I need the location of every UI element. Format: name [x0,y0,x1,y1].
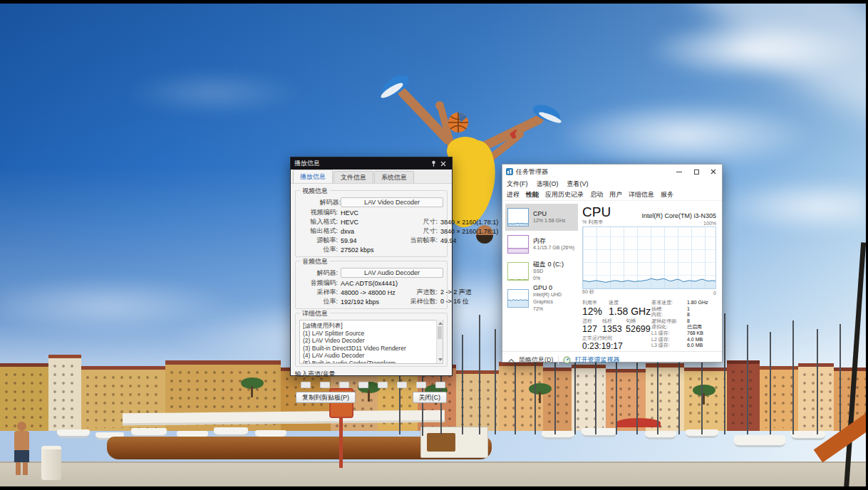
field-value: 192/192 kbps [341,298,396,306]
stat-label: 线程 [602,318,626,324]
palm-tree [693,385,715,396]
minimize-icon[interactable] [671,166,688,177]
menu-view[interactable]: 查看(V) [567,179,589,189]
stat-value-threads: 1353 [602,324,626,335]
boat-mast [724,313,725,434]
sidebar-item-disk[interactable]: 磁盘 0 (C:) SSD 0% [505,258,578,285]
wooden-boat [107,437,492,459]
stat-label: 句柄 [626,318,636,324]
scrollbar-thumb[interactable] [438,326,442,339]
channel-volume-meter [397,382,407,388]
stat-label: 利用率 [582,299,609,306]
volume-group-label: 输入声道/音量 [295,370,336,377]
field-value: 2 -> 2 声道 [440,288,472,297]
y-axis-label: % 利用率 [582,219,603,226]
field-value: 49.94 [440,237,457,244]
tabbar: 进程 性能 应用历史记录 启动 用户 详细信息 服务 [502,189,722,201]
tab-playback-info[interactable]: 播放信息 [293,170,333,183]
stat-value-speed: 1.58 GHz [609,306,651,318]
copy-to-clipboard-button[interactable]: 复制到剪贴板(P) [296,392,356,403]
tab-startup[interactable]: 启动 [590,190,603,199]
stat-value-uptime: 0:23:19:17 [582,341,623,351]
window-title: 任务管理器 [516,167,671,177]
maximize-icon[interactable] [688,166,705,177]
performance-main: CPU Intel(R) Core(TM) i3-N305 % 利用率 100%… [582,204,716,351]
sidebar-item-subtitle: 0% [533,275,564,282]
resource-heading: CPU [582,205,611,219]
audio-info-group: 音频信息 解码器: LAV Audio Decoder 音频编码:AAC ADT… [295,261,448,309]
quay [0,462,868,490]
pin-icon[interactable] [428,160,438,168]
palm-tree [529,383,552,395]
field-label: 声道数: [396,288,440,297]
scroll-up-icon[interactable] [438,322,443,325]
tab-processes[interactable]: 进程 [507,190,520,199]
field-label: 采样位数: [396,297,440,306]
sidebar-item-memory[interactable]: 内存 4.1/15.7 GB (26%) [505,231,578,258]
field-value: HEVC [341,219,396,226]
details-group: 详细信息 [滤镜使用列表] (1) LAV Splitter Source (2… [295,313,448,367]
spec-label: L3 缓存: [651,343,687,349]
channel-volume-meter [416,382,426,388]
field-value: 48000 -> 48000 Hz [341,289,396,296]
field-label: 采样率: [299,288,341,297]
boat-cabin [420,427,488,458]
group-label: 视频信息 [300,187,330,196]
sidebar-item-cpu[interactable]: CPU 12% 1.58 GHz [505,204,578,231]
task-manager-titlebar[interactable]: 任务管理器 [502,165,722,179]
spec-value: 已启用 [687,324,702,330]
sidebar-item-subtitle: SSD [533,268,564,275]
spec-value: 1.80 GHz [687,300,708,306]
tab-performance[interactable]: 性能 [526,190,539,199]
field-label: 视频编码: [299,208,341,217]
tab-file-info[interactable]: 文件信息 [334,171,373,183]
sidebar-item-gpu[interactable]: GPU 0 Intel(R) UHD Graphics 72% [505,285,578,312]
spec-value: 768 KB [687,330,703,337]
field-label: 位率: [299,297,341,306]
sidebar-item-title: 内存 [533,237,574,244]
scroll-down-icon[interactable] [438,358,443,361]
stat-value-processes: 127 [582,324,602,335]
field-value: 27502 kbps [341,246,396,254]
close-icon[interactable] [705,166,722,177]
boat [214,427,248,437]
spec-label: 虚拟化: [651,324,687,330]
media-info-window: 播放信息 播放信息 文件信息 系统信息 视频信息 解码器: LAV Video … [290,157,453,376]
chevron-up-icon[interactable] [508,358,515,363]
boat [645,431,676,439]
tab-users[interactable]: 用户 [609,190,622,199]
field-label: 输入格式: [299,217,341,226]
desktop: 播放信息 播放信息 文件信息 系统信息 视频信息 解码器: LAV Video … [0,0,868,490]
memory-mini-graph [507,235,529,254]
task-manager-window: 任务管理器 文件(F) 选项(O) 查看(V) 进程 性能 应用历史记录 启动 … [502,164,723,363]
field-label: 尺寸: [396,217,440,226]
menu-file[interactable]: 文件(F) [507,179,528,189]
scrollbar[interactable] [436,320,443,363]
gpu-mini-graph [507,289,529,308]
close-button[interactable]: 关闭(C) [413,392,448,403]
sidebar-item-title: GPU 0 [533,284,578,291]
boat-mast [462,335,463,434]
boat [57,429,90,438]
tab-system-info[interactable]: 系统信息 [374,171,414,183]
open-resource-monitor-link[interactable]: 打开资源监视器 [575,355,620,365]
media-info-titlebar[interactable]: 播放信息 [291,157,452,170]
tab-services[interactable]: 服务 [661,190,673,199]
fewer-details-toggle[interactable]: 简略信息(D) [519,355,554,365]
menu-options[interactable]: 选项(O) [537,179,559,189]
field-label: 当前帧率: [396,236,440,245]
cpu-utilization-chart [582,226,716,289]
close-icon[interactable] [438,160,448,168]
spec-value: 8 [687,318,690,325]
spec-label: 插槽: [651,306,687,313]
menubar: 文件(F) 选项(O) 查看(V) [502,179,722,189]
boat-mast [747,325,748,434]
palm-tree [241,377,264,389]
standing-man [10,422,38,476]
boat [582,428,617,437]
tab-details[interactable]: 详细信息 [629,190,654,199]
field-value: 3840 × 2160(1.78:1) [440,228,498,235]
channel-volume-meter [435,382,445,388]
x-right-label: 0 [713,291,716,296]
tab-app-history[interactable]: 应用历史记录 [545,190,584,199]
